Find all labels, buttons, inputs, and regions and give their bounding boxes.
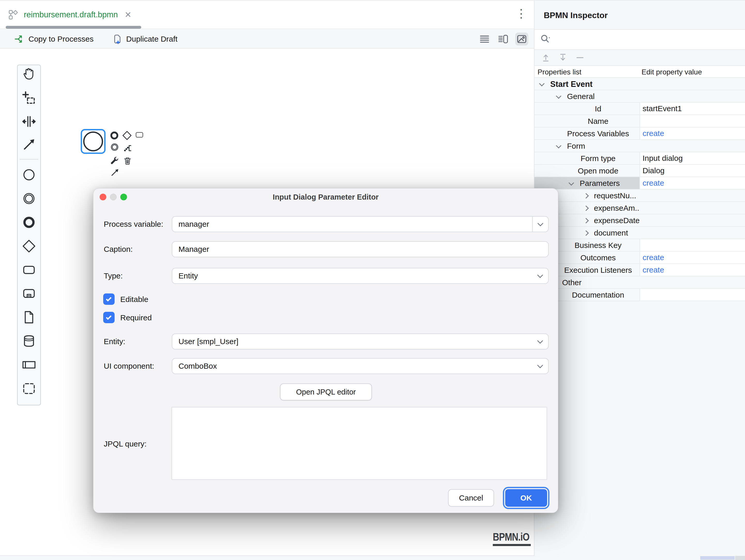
editor-kebab-menu-icon[interactable]: ⋮	[515, 6, 527, 21]
task-palette-icon[interactable]	[21, 262, 37, 278]
inspector-property-row[interactable]: Documentation	[535, 289, 745, 301]
context-pad-end-event-icon[interactable]	[109, 131, 119, 140]
jpql-query-textarea[interactable]	[171, 407, 547, 480]
tab-reimbursement-draft-bpmn[interactable]: reimbursement.draft.bpmn ✕	[8, 1, 131, 29]
context-pad-text-annotation-icon[interactable]	[122, 143, 132, 153]
property-value-cell[interactable]: create	[640, 264, 745, 276]
entity-dropdown[interactable]: User [smpl_User]	[172, 334, 549, 350]
global-connect-tool-palette-icon[interactable]	[21, 137, 37, 152]
chevron-down-icon[interactable]	[532, 217, 548, 232]
inspector-property-row[interactable]: Business Key	[535, 239, 745, 251]
ok-button[interactable]: OK	[505, 489, 547, 507]
inspector-parameter-row[interactable]: requestNu...	[535, 189, 745, 202]
row-label: General	[567, 92, 595, 101]
editable-checkbox[interactable]	[103, 293, 115, 305]
inspector-property-row[interactable]: Execution Listenerscreate	[535, 264, 745, 276]
create-link[interactable]: create	[643, 266, 664, 274]
copy-to-processes-button[interactable]: Copy to Processes	[10, 32, 97, 46]
chevron-down-icon[interactable]	[556, 93, 561, 99]
open-jpql-editor-button[interactable]: Open JPQL editor	[280, 383, 372, 400]
inspector-property-row[interactable]: Process Variablescreate	[535, 128, 745, 140]
tab-close-icon[interactable]: ✕	[125, 10, 132, 20]
intermediate-event-palette-icon[interactable]	[21, 190, 37, 207]
caption-input[interactable]: Manager	[172, 241, 549, 257]
inspector-property-row[interactable]: Parameterscreate	[535, 177, 745, 189]
property-name-cell[interactable]: Open mode	[535, 165, 640, 177]
property-name-cell[interactable]: Parameters	[535, 177, 640, 189]
move-down-icon[interactable]	[558, 53, 568, 63]
inspector-property-row[interactable]: Name	[535, 115, 745, 128]
chevron-down-icon[interactable]	[539, 81, 545, 86]
end-event-palette-icon[interactable]	[21, 214, 37, 230]
inspector-property-row[interactable]: IdstartEvent1	[535, 103, 745, 115]
inspector-parameter-row[interactable]: expenseDate	[535, 214, 745, 227]
start-event-shape[interactable]	[83, 131, 103, 152]
chevron-down-icon[interactable]	[532, 334, 548, 349]
inspector-property-row[interactable]: Outcomescreate	[535, 251, 745, 264]
inspector-search-input[interactable]	[535, 29, 745, 50]
chevron-down-icon[interactable]	[569, 180, 574, 186]
move-up-icon[interactable]	[541, 53, 551, 63]
create-link[interactable]: create	[643, 253, 664, 262]
inspector-group-row[interactable]: Other	[535, 276, 745, 289]
context-pad-intermediate-event-icon[interactable]	[110, 142, 120, 152]
duplicate-draft-button[interactable]: Duplicate Draft	[108, 32, 181, 46]
ui-component-dropdown[interactable]: ComboBox	[172, 358, 549, 374]
start-event-palette-icon[interactable]	[21, 167, 37, 183]
bpmn-palette	[17, 65, 41, 406]
inspector-property-row[interactable]: Form typeInput dialog	[535, 152, 745, 165]
duplicate-draft-icon	[111, 33, 123, 45]
process-variable-combobox[interactable]: manager	[172, 216, 549, 232]
property-value-cell[interactable]: Input dialog	[640, 152, 745, 164]
hand-tool-palette-icon[interactable]	[21, 66, 37, 82]
property-name-cell[interactable]: Process Variables	[535, 128, 640, 139]
inspector-group-row[interactable]: General	[535, 90, 745, 103]
property-name-cell[interactable]: Name	[535, 115, 640, 127]
context-pad-task-icon[interactable]	[134, 131, 145, 139]
property-value-cell[interactable]	[640, 239, 745, 251]
group-palette-icon[interactable]	[21, 381, 37, 396]
lasso-tool-palette-icon[interactable]	[21, 90, 37, 106]
property-name-cell[interactable]: Id	[535, 103, 640, 114]
horizontal-scrollbar-thumb[interactable]	[700, 556, 735, 560]
inspector-parameter-row[interactable]: expenseAm..	[535, 202, 745, 214]
remove-icon[interactable]	[575, 53, 585, 63]
list-view-icon[interactable]	[478, 33, 491, 45]
required-checkbox[interactable]	[103, 312, 115, 323]
canvas-view-icon[interactable]	[515, 33, 528, 45]
property-name-cell[interactable]: Form type	[535, 152, 640, 164]
inspector-group-row[interactable]: Start Event	[535, 78, 745, 90]
subprocess-palette-icon[interactable]	[21, 285, 37, 302]
context-pad-trash-icon[interactable]	[123, 156, 132, 166]
create-link[interactable]: create	[643, 179, 664, 187]
inspector-property-row[interactable]: Open modeDialog	[535, 165, 745, 177]
split-view-icon[interactable]	[497, 33, 510, 45]
inspector-group-row[interactable]: Form	[535, 140, 745, 152]
chevron-down-icon[interactable]	[556, 143, 561, 148]
property-value-cell[interactable]: create	[640, 128, 745, 139]
chevron-right-icon[interactable]	[583, 206, 589, 211]
property-value-cell[interactable]: startEvent1	[640, 103, 745, 114]
chevron-down-icon[interactable]	[532, 268, 548, 283]
cancel-button[interactable]: Cancel	[448, 489, 494, 507]
gateway-palette-icon[interactable]	[21, 238, 37, 254]
property-value-cell[interactable]	[640, 289, 745, 301]
space-tool-palette-icon[interactable]	[21, 113, 37, 130]
chevron-right-icon[interactable]	[583, 230, 589, 236]
property-value-cell[interactable]: create	[640, 177, 745, 189]
inspector-parameter-row[interactable]: document	[535, 227, 745, 239]
chevron-right-icon[interactable]	[583, 193, 589, 199]
chevron-down-icon[interactable]	[532, 359, 548, 374]
participant-palette-icon[interactable]	[21, 357, 37, 373]
property-value-cell[interactable]: Dialog	[640, 165, 745, 177]
create-link[interactable]: create	[643, 129, 664, 138]
property-value-cell[interactable]: create	[640, 251, 745, 264]
data-store-palette-icon[interactable]	[21, 333, 37, 349]
property-value-cell[interactable]	[640, 115, 745, 127]
context-pad-connect-arrow-icon[interactable]	[110, 168, 120, 177]
data-object-palette-icon[interactable]	[21, 309, 37, 325]
type-dropdown[interactable]: Entity	[172, 268, 549, 284]
chevron-right-icon[interactable]	[583, 218, 589, 223]
context-pad-wrench-icon[interactable]	[109, 155, 120, 166]
context-pad-gateway-icon[interactable]	[122, 130, 132, 141]
